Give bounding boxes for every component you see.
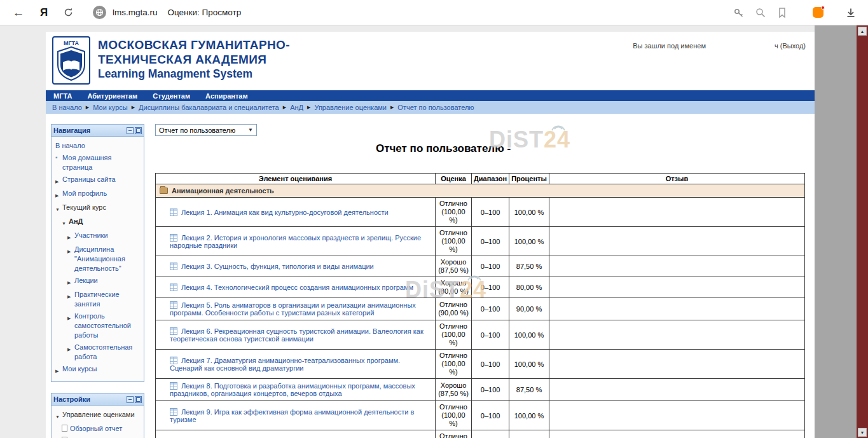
notifications-icon[interactable] xyxy=(809,4,826,21)
sidebar-link[interactable]: Практические занятия xyxy=(74,290,141,309)
breadcrumb-link[interactable]: Дисциплины бакалавриата и специалитета xyxy=(139,104,279,111)
page-scrollbar[interactable]: ▲ ▼ xyxy=(857,25,868,438)
breadcrumb-link[interactable]: В начало xyxy=(52,104,82,111)
sidebar-link[interactable]: Дисциплина "Анимационная деятельность" xyxy=(74,245,141,273)
triangle-down-icon[interactable]: ▼ xyxy=(55,205,62,214)
grade-item-link[interactable]: Лекция 4. Технологический процесс создан… xyxy=(181,284,413,291)
collapse-block-icon[interactable] xyxy=(127,396,134,403)
zoom-magnifier-icon[interactable] xyxy=(752,4,769,21)
sidebar-link[interactable]: Страницы сайта xyxy=(62,175,116,184)
navbar-link[interactable]: Абитуриентам xyxy=(87,92,137,100)
sidebar-item: ▶Мои курсы xyxy=(53,363,142,377)
collapse-block-icon[interactable] xyxy=(127,127,134,134)
sidebar-item: Обзорный отчет xyxy=(53,423,142,435)
percent-cell: 100,00 % xyxy=(509,227,549,256)
triangle-down-icon[interactable]: ▼ xyxy=(55,412,62,421)
site-title-line2: ТЕХНИЧЕСКАЯ АКАДЕМИЯ xyxy=(98,52,815,67)
grade-item-link[interactable]: Лекция 6. Рекреационная сущность туристс… xyxy=(170,327,424,343)
navbar-link[interactable]: Аспирантам xyxy=(205,92,247,100)
sidebar-link[interactable]: Мой профиль xyxy=(62,189,107,198)
triangle-right-icon[interactable]: ▶ xyxy=(67,233,74,242)
sidebar-item: ▶Практические занятия xyxy=(53,289,142,310)
triangle-right-icon[interactable]: ▶ xyxy=(55,191,62,200)
scroll-up-button[interactable]: ▲ xyxy=(858,27,867,36)
feedback-cell xyxy=(549,401,804,430)
feedback-cell xyxy=(549,198,804,227)
grade-item-link[interactable]: Лекция 1. Анимация как вид культурно-дос… xyxy=(181,209,389,216)
grade-item-link[interactable]: Лекция 3. Сущность, функция, типология и… xyxy=(181,263,374,270)
sidebar-item: ▪Моя домашняя страница xyxy=(53,152,142,174)
triangle-right-icon[interactable]: ▶ xyxy=(67,292,74,301)
grade-item-icon xyxy=(170,301,177,309)
triangle-right-icon[interactable]: ▶ xyxy=(67,247,74,256)
sidebar-link[interactable]: Мои курсы xyxy=(62,364,97,374)
triangle-right-icon[interactable]: ▶ xyxy=(55,177,62,186)
page-title: Оценки: Просмотр xyxy=(168,8,242,17)
triangle-down-icon[interactable]: ▼ xyxy=(62,219,69,228)
site-header: МГТА МОСКОВСКАЯ ГУМАНИТАРНО- ТЕХНИЧЕСКАЯ… xyxy=(46,32,815,90)
percent-cell: 100,00 % xyxy=(509,430,549,438)
table-header-row: Элемент оцениванияОценкаДиапазонПроценты… xyxy=(156,174,805,184)
triangle-right-icon[interactable]: ▶ xyxy=(67,345,74,354)
sidebar-link[interactable]: Моя домашняя страница xyxy=(62,153,141,172)
report-type-select[interactable]: Отчет по пользователю ▼ xyxy=(155,124,257,136)
sidebar-link[interactable]: Самостоятельная работа xyxy=(74,343,141,362)
grade-item-link[interactable]: Лекция 8. Подготовка и разработка анимац… xyxy=(170,382,415,397)
percent-cell: 100,00 % xyxy=(509,401,549,430)
breadcrumb-separator-icon: ▶ xyxy=(283,105,286,110)
grade-item-link[interactable]: Лекция 5. Роль аниматоров в организации … xyxy=(170,301,416,317)
navbar-link[interactable]: МГТА xyxy=(53,92,72,100)
feedback-cell xyxy=(549,379,804,401)
navigation-block-title: Навигация xyxy=(53,127,125,134)
breadcrumb-link[interactable]: Отчет по пользователю xyxy=(397,104,474,111)
breadcrumb-link[interactable]: АнД xyxy=(290,104,303,111)
triangle-right-icon[interactable]: ▶ xyxy=(67,313,74,323)
address-bar-url[interactable]: lms.mgta.ru xyxy=(113,8,158,17)
sidebar-link[interactable]: Лекции xyxy=(74,276,98,285)
sidebar-item: ▶Дисциплина "Анимационная деятельность" xyxy=(53,243,142,275)
bookmark-flag-icon[interactable] xyxy=(774,4,790,21)
grade-item-link[interactable]: Лекция 9. Игра как эффективная форма ани… xyxy=(170,408,414,423)
grade-item-icon xyxy=(170,408,177,416)
sidebar-label: Текущий курс xyxy=(62,203,106,212)
yandex-browser-icon[interactable]: Я xyxy=(36,4,52,21)
bullet-icon: ▪ xyxy=(55,153,62,162)
chevron-down-icon: ▼ xyxy=(248,127,253,133)
refresh-icon[interactable] xyxy=(60,4,76,21)
range-cell: 0–100 xyxy=(472,350,509,379)
category-row: Анимационная деятельность xyxy=(156,184,805,198)
breadcrumb-link[interactable]: Мои курсы xyxy=(93,104,127,111)
browser-back-icon[interactable]: ← xyxy=(10,4,27,21)
sidebar-item: ▼АнД xyxy=(53,216,142,229)
grade-item-icon xyxy=(170,357,177,364)
settings-items: ▼Управление оценкамиОбзорный отчетОтчет … xyxy=(52,406,144,438)
sidebar-link[interactable]: Обзорный отчет xyxy=(70,424,122,434)
sidebar-label: Управление оценками xyxy=(62,410,135,420)
download-icon[interactable] xyxy=(843,4,859,21)
sidebar-link[interactable]: Участники xyxy=(74,231,108,240)
login-prefix: Вы зашли под именем xyxy=(633,42,706,50)
grade-cell: Отлично(100,00 %) xyxy=(436,198,472,227)
sidebar-item: ▶Участники xyxy=(53,229,142,243)
breadcrumb-link[interactable]: Управление оценками xyxy=(314,104,387,111)
scroll-down-button[interactable]: ▼ xyxy=(858,428,867,437)
page-icon xyxy=(62,425,67,432)
logout-link[interactable]: (Выход) xyxy=(780,42,806,50)
dock-block-icon[interactable] xyxy=(135,127,142,134)
triangle-right-icon[interactable]: ▶ xyxy=(67,278,74,287)
feedback-cell xyxy=(549,277,804,298)
grade-item-link[interactable]: Лекция 7. Драматургия анимационно-театра… xyxy=(170,357,400,372)
page-area: ▲ ▼ МГТА МОСКОВСКАЯ ГУМАНИТАРНО- ТЕХНИЧЕ… xyxy=(0,25,868,438)
dock-block-icon[interactable] xyxy=(135,396,142,403)
column-header: Оценка xyxy=(436,174,472,184)
triangle-right-icon[interactable]: ▶ xyxy=(55,366,62,376)
sidebar-link[interactable]: Контроль самостоятельной работы xyxy=(74,311,141,340)
password-key-icon[interactable] xyxy=(731,4,747,21)
grade-row: Итоговое тестированиеОтлично(100,00 %)0–… xyxy=(156,430,805,438)
grade-item-link[interactable]: Лекция 2. История и хронология массовых … xyxy=(170,234,421,249)
feedback-cell xyxy=(549,298,804,320)
navbar-link[interactable]: Студентам xyxy=(153,92,190,100)
grade-row: Лекция 4. Технологический процесс создан… xyxy=(156,277,805,298)
sidebar-item: Отчет по пользователю xyxy=(53,435,142,438)
sidebar-link[interactable]: В начало xyxy=(55,141,85,151)
